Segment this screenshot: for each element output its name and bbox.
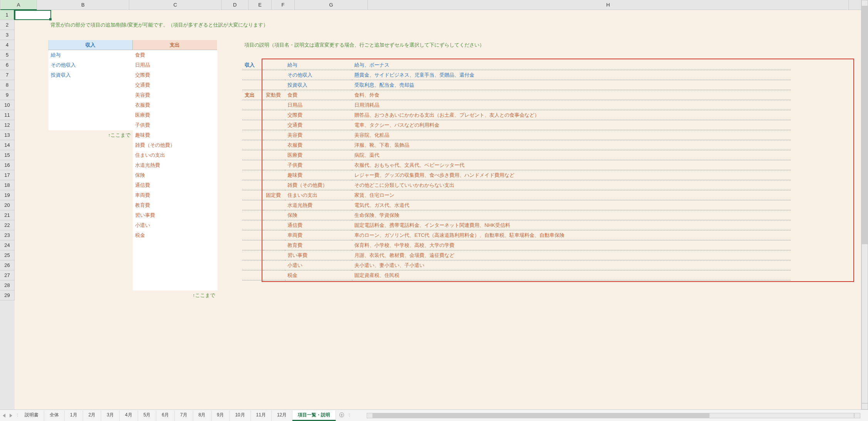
cell-H3[interactable] (352, 30, 791, 40)
col-header-A[interactable]: A (0, 0, 37, 10)
sheet-tab-6[interactable]: 5月 (138, 410, 157, 421)
cell-I17[interactable] (791, 170, 861, 180)
cell-F2[interactable] (270, 20, 291, 30)
cell-H6[interactable]: 給与、ボーナス (352, 60, 791, 70)
cell-H28[interactable] (352, 280, 791, 290)
cell-C1[interactable] (133, 10, 217, 20)
hscroll-thumb[interactable] (373, 413, 709, 418)
cell-D25[interactable] (217, 250, 242, 260)
row-header-10[interactable]: 10 (0, 100, 15, 110)
sheet-tab-2[interactable]: 1月 (65, 410, 83, 421)
cell-F6[interactable] (264, 60, 285, 70)
row-header-6[interactable]: 6 (0, 60, 15, 70)
sheet-tab-8[interactable]: 7月 (175, 410, 193, 421)
cell-D14[interactable] (217, 140, 242, 150)
cell-E1[interactable] (242, 10, 264, 20)
cell-D10[interactable] (217, 100, 242, 110)
cell-H12[interactable]: 電車、タクシー、バスなどの利用料金 (352, 120, 791, 130)
cell-D16[interactable] (217, 160, 242, 170)
cell-H14[interactable]: 洋服、靴、下着、装飾品 (352, 140, 791, 150)
cell-E11[interactable] (242, 110, 264, 120)
cell-A19[interactable] (15, 190, 48, 200)
cell-I2[interactable] (791, 20, 861, 30)
cell-G26[interactable]: 小遣い (285, 260, 352, 270)
cell-F7[interactable] (264, 70, 285, 80)
cell-C12[interactable]: 子供費 (133, 120, 217, 130)
cell-I4[interactable] (791, 40, 861, 50)
cell-I8[interactable] (791, 80, 861, 90)
cell-F13[interactable] (264, 130, 285, 140)
cell-H23[interactable]: 車のローン、ガソリン代、ETC代（高速道路利用料金）、自動車税、駐車場料金、自動… (352, 230, 791, 240)
cell-I10[interactable] (791, 100, 861, 110)
cell-H11[interactable]: 贈答品、おつきあいにかかわる支出（お土産、プレゼント、友人との食事会など） (352, 110, 791, 120)
cell-F27[interactable] (264, 270, 285, 280)
cell-D17[interactable] (217, 170, 242, 180)
cell-H22[interactable]: 固定電話料金、携帯電話料金、インターネット関連費用、NHK受信料 (352, 220, 791, 230)
cell-B29[interactable] (48, 290, 133, 300)
cell-E20[interactable] (242, 200, 264, 210)
cell-D9[interactable] (217, 90, 242, 100)
cell-C8[interactable]: 交通費 (133, 80, 217, 90)
sheet-tab-11[interactable]: 10月 (230, 410, 250, 421)
cell-C10[interactable]: 衣服費 (133, 100, 217, 110)
cell-D29[interactable] (217, 290, 242, 300)
cell-A20[interactable] (15, 200, 48, 210)
cell-F19[interactable]: 固定費 (264, 190, 285, 200)
cell-H29[interactable] (352, 290, 791, 300)
cell-I24[interactable] (791, 240, 861, 250)
cell-A21[interactable] (15, 210, 48, 220)
cell-E5[interactable] (242, 50, 264, 60)
cell-A26[interactable] (15, 260, 48, 270)
cell-F21[interactable] (264, 210, 285, 220)
cell-B21[interactable] (48, 210, 133, 220)
cell-H24[interactable]: 保育料、小学校、中学校、高校、大学の学費 (352, 240, 791, 250)
cell-H20[interactable]: 電気代、ガス代、水道代 (352, 200, 791, 210)
cell-G21[interactable]: 保険 (285, 210, 352, 220)
cell-C4[interactable]: 支出 (133, 40, 217, 50)
cell-F8[interactable] (264, 80, 285, 90)
cell-C15[interactable]: 住まいの支出 (133, 150, 217, 160)
cell-A13[interactable] (15, 130, 48, 140)
cell-C24[interactable] (133, 240, 217, 250)
cell-I29[interactable] (791, 290, 861, 300)
cell-E18[interactable] (242, 180, 264, 190)
tab-nav-left-icon[interactable] (2, 413, 7, 418)
cell-I22[interactable] (791, 220, 861, 230)
cell-I26[interactable] (791, 260, 861, 270)
cell-F15[interactable] (264, 150, 285, 160)
cell-B24[interactable] (48, 240, 133, 250)
cell-E23[interactable] (242, 230, 264, 240)
cell-D6[interactable] (217, 60, 242, 70)
cell-B26[interactable] (48, 260, 133, 270)
cell-A16[interactable] (15, 160, 48, 170)
cell-A29[interactable] (15, 290, 48, 300)
row-header-19[interactable]: 19 (0, 190, 15, 200)
cell-A14[interactable] (15, 140, 48, 150)
cell-C18[interactable]: 通信費 (133, 180, 217, 190)
spreadsheet-grid[interactable]: 背景が白の部分で項目の追加/削除/変更が可能です。（項目が多すぎると仕訳が大変に… (15, 10, 861, 409)
row-header-29[interactable]: 29 (0, 290, 15, 300)
cell-B15[interactable] (48, 150, 133, 160)
cell-C21[interactable]: 習い事費 (133, 210, 217, 220)
scroll-right-button[interactable] (854, 413, 860, 418)
row-header-13[interactable]: 13 (0, 130, 15, 140)
cell-I11[interactable] (791, 110, 861, 120)
row-header-20[interactable]: 20 (0, 200, 15, 210)
cell-I3[interactable] (791, 30, 861, 40)
cell-G15[interactable]: 医療費 (285, 150, 352, 160)
sheet-tab-4[interactable]: 3月 (101, 410, 120, 421)
cell-E25[interactable] (242, 250, 264, 260)
col-header-C[interactable]: C (129, 0, 222, 10)
cell-G23[interactable]: 車両費 (285, 230, 352, 240)
cell-F9[interactable]: 変動費 (264, 90, 285, 100)
cell-I18[interactable] (791, 180, 861, 190)
cell-I15[interactable] (791, 150, 861, 160)
row-header-3[interactable]: 3 (0, 30, 15, 40)
cell-A9[interactable] (15, 90, 48, 100)
cell-H26[interactable]: 夫小遣い、妻小遣い、子小遣い (352, 260, 791, 270)
cell-F28[interactable] (264, 280, 285, 290)
cell-A8[interactable] (15, 80, 48, 90)
cell-E7[interactable] (242, 70, 264, 80)
cell-E29[interactable] (242, 290, 264, 300)
cell-G14[interactable]: 衣服費 (285, 140, 352, 150)
